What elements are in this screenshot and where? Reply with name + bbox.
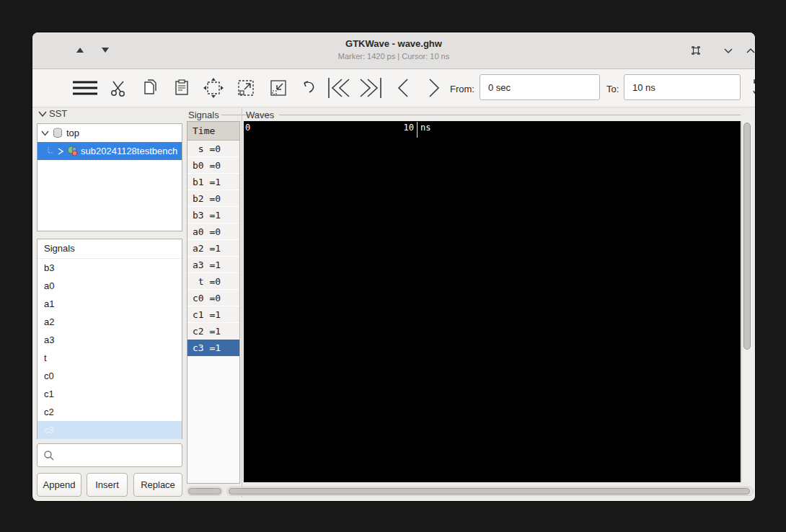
chevron-down-icon bbox=[38, 111, 47, 117]
to-value: 10 ns bbox=[632, 82, 655, 93]
time-column-header: Time bbox=[187, 122, 239, 141]
value-row-a2[interactable]: a2 =1 bbox=[187, 240, 239, 257]
value-row-s[interactable]: s =0 bbox=[187, 141, 239, 157]
value-row-b0[interactable]: b0 =0 bbox=[187, 157, 239, 174]
next-edge-button[interactable] bbox=[424, 76, 444, 99]
list-item-c0[interactable]: c0 bbox=[37, 367, 182, 385]
minimize-button[interactable] bbox=[723, 47, 733, 54]
values-frame-label: Signals bbox=[188, 110, 219, 120]
expander-right-icon bbox=[57, 148, 64, 155]
undo-arrow-icon bbox=[299, 79, 318, 97]
scissors-icon bbox=[110, 79, 127, 97]
skip-to-start-button[interactable] bbox=[327, 76, 351, 99]
chevron-left-icon bbox=[397, 77, 410, 99]
wave-vscrollbar-track[interactable] bbox=[741, 121, 752, 482]
panel-splitter[interactable] bbox=[242, 108, 242, 497]
reload-icon bbox=[749, 78, 756, 98]
wave-traces bbox=[244, 121, 741, 482]
undo-button[interactable] bbox=[298, 76, 319, 99]
unshade-button[interactable] bbox=[102, 48, 109, 53]
replace-label: Replace bbox=[141, 479, 175, 490]
value-row-c3[interactable]: c3 =1 bbox=[187, 340, 239, 356]
zoom-out-button[interactable] bbox=[266, 76, 291, 99]
signal-browser: Signals b3a0a1a2a3tc0c1c2c3 bbox=[37, 239, 182, 439]
reload-button[interactable] bbox=[748, 76, 756, 99]
value-row-b3[interactable]: b3 =1 bbox=[187, 207, 239, 223]
value-row-c1[interactable]: c1 =1 bbox=[187, 306, 239, 323]
value-row-c2[interactable]: c2 =1 bbox=[187, 323, 239, 340]
list-item-a1[interactable]: a1 bbox=[37, 295, 182, 313]
value-row-b1[interactable]: b1 =1 bbox=[187, 174, 239, 190]
value-row-c0[interactable]: c0 =0 bbox=[187, 290, 239, 306]
cut-button[interactable] bbox=[107, 76, 129, 99]
database-icon bbox=[53, 128, 63, 138]
double-chevron-left-bar-icon bbox=[327, 77, 350, 99]
value-row-a0[interactable]: a0 =0 bbox=[187, 223, 239, 240]
to-input[interactable]: 10 ns bbox=[624, 74, 741, 100]
restore-button[interactable] bbox=[689, 44, 702, 57]
wave-hscrollbar-track[interactable] bbox=[226, 487, 754, 496]
sst-header[interactable]: SST bbox=[38, 108, 67, 119]
signal-values: s =0b0 =0b1 =1b2 =0b3 =1a0 =0a2 =1a3 =1 … bbox=[187, 141, 239, 356]
chevron-up-icon bbox=[746, 47, 756, 54]
copy-button[interactable] bbox=[139, 76, 161, 99]
tree-connector-icon bbox=[48, 147, 54, 156]
append-label: Append bbox=[43, 479, 76, 490]
window-title: GTKWave - wave.ghw bbox=[32, 38, 755, 49]
wave-hscrollbar-thumb[interactable] bbox=[229, 488, 750, 495]
frame-line bbox=[279, 115, 741, 115]
zoom-fit-button[interactable] bbox=[201, 76, 226, 99]
value-row-t[interactable]: t =0 bbox=[187, 273, 239, 290]
from-input[interactable]: 0 sec bbox=[480, 74, 600, 100]
tree-item-top[interactable]: top bbox=[37, 124, 182, 142]
list-item-c2[interactable]: c2 bbox=[37, 403, 182, 421]
copy-icon bbox=[142, 79, 158, 97]
triangle-up-icon bbox=[76, 48, 84, 53]
from-value: 0 sec bbox=[488, 82, 511, 93]
search-icon bbox=[43, 450, 55, 461]
value-row-b2[interactable]: b2 =0 bbox=[187, 190, 239, 207]
module-icon bbox=[67, 146, 79, 156]
maximize-button[interactable] bbox=[746, 47, 756, 54]
marker-cursor-status: Marker: 1420 ps | Cursor: 10 ns bbox=[32, 52, 755, 61]
wave-vscrollbar-thumb[interactable] bbox=[743, 123, 751, 350]
values-panel: Time s =0b0 =0b1 =1b2 =0b3 =1a0 =0a2 =1a… bbox=[187, 121, 240, 484]
signal-list: b3a0a1a2a3tc0c1c2c3 bbox=[37, 259, 182, 439]
paste-button[interactable] bbox=[171, 76, 193, 99]
search-input[interactable] bbox=[37, 443, 182, 467]
wave-canvas[interactable]: 0 10 ns bbox=[244, 121, 741, 482]
prev-edge-button[interactable] bbox=[393, 76, 413, 99]
sst-label: SST bbox=[49, 108, 67, 119]
values-hscrollbar-thumb[interactable] bbox=[188, 488, 221, 495]
zoom-fit-icon bbox=[203, 77, 224, 99]
menu-button[interactable] bbox=[71, 76, 100, 99]
list-item-b3[interactable]: b3 bbox=[37, 259, 182, 277]
sst-tree: top sub20241128testbench bbox=[37, 123, 182, 231]
shade-button[interactable] bbox=[76, 48, 84, 53]
restore-icon bbox=[689, 44, 702, 57]
list-item-c3[interactable]: c3 bbox=[37, 421, 182, 439]
append-button[interactable]: Append bbox=[37, 473, 81, 497]
replace-button[interactable]: Replace bbox=[133, 473, 182, 497]
signal-browser-header: Signals bbox=[37, 239, 182, 259]
titlebar[interactable]: GTKWave - wave.ghw Marker: 1420 ps | Cur… bbox=[32, 32, 755, 69]
clipboard-icon bbox=[174, 79, 190, 97]
list-item-c1[interactable]: c1 bbox=[37, 385, 182, 403]
zoom-out-icon bbox=[268, 78, 288, 98]
tree-item-label: top bbox=[66, 128, 79, 138]
value-row-a3[interactable]: a3 =1 bbox=[187, 257, 239, 273]
tree-item-testbench[interactable]: sub20241128testbench bbox=[37, 142, 182, 160]
insert-label: Insert bbox=[95, 479, 119, 490]
list-item-a2[interactable]: a2 bbox=[37, 313, 182, 331]
tree-item-label: sub20241128testbench bbox=[81, 146, 177, 156]
expander-down-icon bbox=[41, 130, 49, 136]
insert-button[interactable]: Insert bbox=[87, 473, 128, 497]
zoom-in-button[interactable] bbox=[234, 76, 258, 99]
list-item-t[interactable]: t bbox=[37, 349, 182, 367]
double-chevron-right-bar-icon bbox=[359, 77, 382, 99]
list-item-a0[interactable]: a0 bbox=[37, 277, 182, 295]
values-hscrollbar-track[interactable] bbox=[187, 487, 223, 496]
from-label: From: bbox=[450, 84, 474, 94]
list-item-a3[interactable]: a3 bbox=[37, 331, 182, 349]
skip-to-end-button[interactable] bbox=[358, 76, 383, 99]
